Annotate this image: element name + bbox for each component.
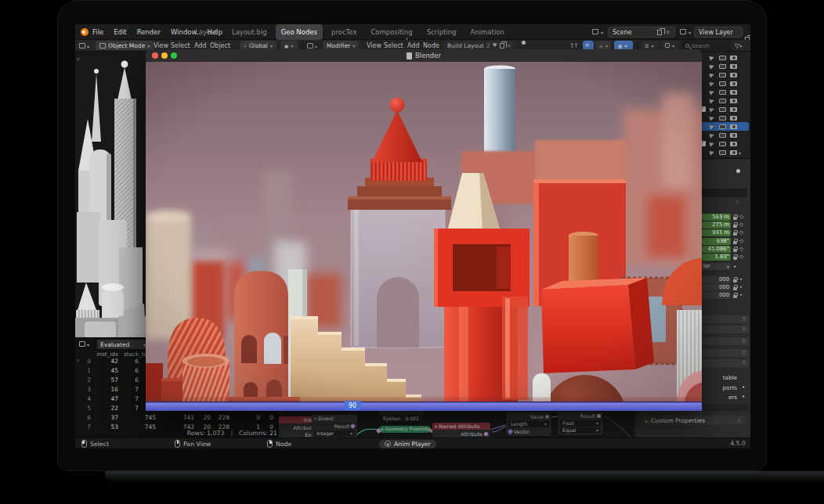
hide-viewport-toggle-icon[interactable] <box>719 107 726 112</box>
scale-field[interactable]: 000 <box>702 292 731 299</box>
location-field[interactable]: 275 m <box>702 221 731 229</box>
selectable-toggle-icon[interactable] <box>709 63 715 70</box>
lock-icon[interactable] <box>733 279 737 283</box>
menu-item[interactable]: Edit <box>114 24 126 40</box>
selectable-toggle-icon[interactable] <box>709 115 715 121</box>
selectable-toggle-icon[interactable] <box>709 141 715 147</box>
hide-viewport-toggle-icon[interactable] <box>719 81 726 86</box>
viewport-editor-type-icon[interactable] <box>79 43 85 49</box>
outliner-row[interactable] <box>699 148 749 157</box>
disable-render-toggle-icon[interactable] <box>730 56 737 60</box>
value-fields-node[interactable]: Epsilon0.001 <box>379 410 423 423</box>
keyframe-icon[interactable]: ◇ <box>739 221 743 229</box>
selectable-toggle-icon[interactable] <box>709 55 715 61</box>
mode-dropdown[interactable]: Object Mode▾ <box>96 41 154 50</box>
keyframe-icon[interactable]: ◇ <box>739 229 743 236</box>
data-type-dropdown[interactable]: Integer▾ <box>314 430 355 437</box>
outliner-row[interactable] <box>699 53 749 62</box>
hide-viewport-toggle-icon[interactable] <box>719 133 726 138</box>
keyframe-dot[interactable]: • <box>742 384 745 391</box>
scale-field[interactable]: 000 <box>702 284 731 291</box>
visibility-row[interactable]: ports <box>702 384 737 391</box>
lock-icon[interactable] <box>733 287 737 290</box>
keyframe-dot[interactable]: • <box>739 284 743 291</box>
lock-icon[interactable] <box>733 249 737 252</box>
workspace-tab[interactable]: Layout.big <box>226 24 273 40</box>
disable-render-toggle-icon[interactable] <box>730 90 737 95</box>
selectable-toggle-icon[interactable] <box>709 124 715 130</box>
outliner-row[interactable] <box>699 62 749 70</box>
disable-render-toggle-icon[interactable] <box>730 142 737 146</box>
lock-icon[interactable] <box>733 295 737 298</box>
disable-render-toggle-icon[interactable] <box>730 64 737 69</box>
value-node[interactable]: ▾ Dowel Result Integer▾ <box>312 415 357 438</box>
outliner-row[interactable] <box>699 88 749 96</box>
keyframe-icon[interactable]: ◇ <box>739 214 743 221</box>
named-attribute-node[interactable]: ▾ Named Attribute Attribute <box>432 423 490 438</box>
clay-viewport-image[interactable]: › <box>75 52 146 337</box>
dataset-dropdown[interactable]: Evaluated▾ <box>97 340 149 349</box>
menu-item[interactable]: File <box>92 24 103 40</box>
collapsed-panel-header[interactable]: ⠿ <box>702 315 749 323</box>
collapsed-panel-header[interactable]: ⠿ <box>702 349 749 357</box>
hide-viewport-toggle-icon[interactable] <box>719 73 726 77</box>
maximize-traffic-light[interactable] <box>171 52 177 59</box>
hide-viewport-toggle-icon[interactable] <box>719 124 726 129</box>
hide-viewport-toggle-icon[interactable] <box>719 99 726 103</box>
outliner-row[interactable] <box>699 79 749 88</box>
workspace-tab[interactable]: Compositing <box>365 24 417 40</box>
rotation-field[interactable]: 41.086° <box>702 246 731 253</box>
chevron-down-icon[interactable]: ▾ <box>601 30 603 35</box>
vector-math-node[interactable]: Value Length▾ Vector <box>506 412 551 436</box>
close-icon[interactable]: × <box>665 29 670 36</box>
outliner-row[interactable] <box>699 105 749 113</box>
disable-render-toggle-icon[interactable] <box>730 107 737 112</box>
selectable-toggle-icon[interactable] <box>709 132 715 139</box>
collapsed-panel-header[interactable]: ⠿ <box>702 337 749 345</box>
hide-viewport-toggle-icon[interactable] <box>719 142 726 146</box>
selectable-toggle-icon[interactable] <box>709 89 715 95</box>
minimize-traffic-light[interactable] <box>161 52 168 59</box>
lock-icon[interactable] <box>733 225 737 228</box>
anim-player-job[interactable]: ✕Anim Player <box>379 440 436 448</box>
selectable-toggle-icon[interactable] <box>709 81 715 87</box>
view-layer-selector[interactable]: View Layer <box>694 27 743 38</box>
compare-node[interactable]: Result Float▾ Equal▾ <box>558 412 603 435</box>
chevron-down-icon[interactable]: ▾ <box>739 150 741 156</box>
lock-icon[interactable] <box>733 232 737 236</box>
lock-icon[interactable] <box>733 241 737 244</box>
rotation-field[interactable]: 1.83° <box>702 254 731 261</box>
collapsed-panel-header[interactable]: ⠿ <box>702 359 749 367</box>
location-field[interactable]: 931 m <box>702 229 731 236</box>
outliner-row[interactable] <box>699 70 749 79</box>
visibility-row[interactable]: table <box>702 374 737 381</box>
object-name-field[interactable] <box>700 189 747 197</box>
selectable-toggle-icon[interactable] <box>709 149 715 156</box>
node-editor-type-icon[interactable] <box>307 43 313 49</box>
geometry-proximity-node[interactable]: ▸ Geometry Proximity <box>379 426 431 433</box>
hide-viewport-toggle-icon[interactable] <box>719 150 726 155</box>
selectable-toggle-icon[interactable] <box>709 106 715 113</box>
blender-logo-icon[interactable] <box>81 28 89 36</box>
chevron-down-icon[interactable]: ▾ <box>87 342 89 347</box>
disable-render-toggle-icon[interactable] <box>730 73 737 77</box>
cancel-job-icon[interactable]: ✕ <box>385 441 391 447</box>
scale-field[interactable]: 000 <box>702 276 731 283</box>
keyframe-dot[interactable]: • <box>733 264 736 270</box>
hide-viewport-toggle-icon[interactable] <box>719 116 726 121</box>
outliner-row[interactable] <box>699 131 749 139</box>
disable-render-toggle-icon[interactable] <box>730 124 737 129</box>
operation-dropdown[interactable]: Length▾ <box>508 421 549 427</box>
outliner-row[interactable] <box>699 113 749 122</box>
workspace-tab[interactable]: Scripting <box>421 24 462 40</box>
rotation-field[interactable]: 638° <box>702 238 731 245</box>
lock-icon[interactable] <box>733 257 737 260</box>
render-window[interactable]: Blender <box>146 49 702 411</box>
workspace-tab[interactable]: Animation <box>465 24 510 40</box>
workspace-tab[interactable]: Geo Nodes <box>276 24 323 40</box>
disable-render-toggle-icon[interactable] <box>730 81 737 86</box>
collapsed-panel-header[interactable]: ⠿ <box>702 326 749 333</box>
disable-render-toggle-icon[interactable] <box>730 150 737 155</box>
workspace-tab[interactable]: Layout <box>190 24 223 40</box>
keyframe-dot[interactable]: • <box>739 292 743 299</box>
